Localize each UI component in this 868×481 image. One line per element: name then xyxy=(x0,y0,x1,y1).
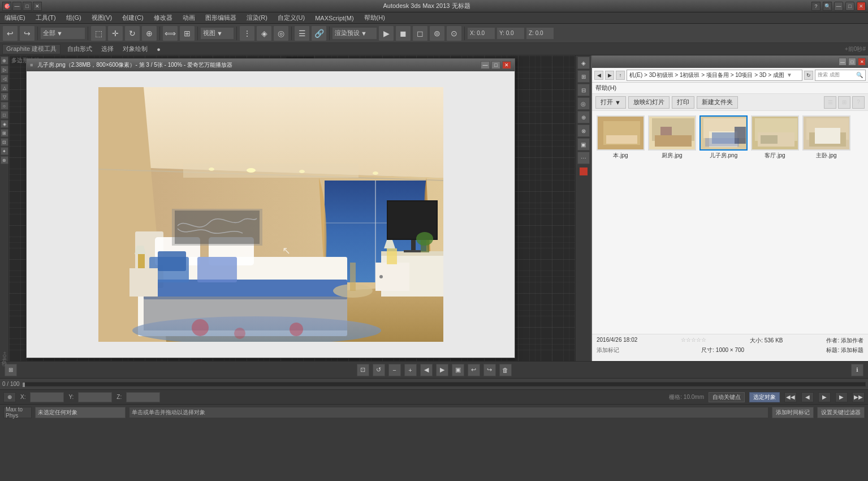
vert-btn-5[interactable]: ⊕ xyxy=(577,111,590,123)
next-key-small[interactable]: ▶ xyxy=(835,392,848,402)
undo-anim-btn[interactable]: ↩ xyxy=(468,364,480,376)
list-item[interactable]: 主卧.jpg xyxy=(802,115,850,160)
viewer-minimize[interactable]: — xyxy=(481,61,490,69)
menu-edit[interactable]: 编辑(E) xyxy=(2,12,28,23)
list-item[interactable]: 本.jpg xyxy=(597,115,645,160)
render-dropdown[interactable]: 渲染预设 ▼ xyxy=(332,27,377,40)
render4-btn[interactable]: ⊚ xyxy=(429,25,445,41)
print-btn[interactable]: 打印 xyxy=(672,96,694,109)
viewer-maximize[interactable]: □ xyxy=(491,61,500,69)
restore-icon[interactable]: □ xyxy=(23,2,32,11)
maximize-btn[interactable]: □ xyxy=(845,2,854,11)
zoom-out-btn[interactable]: − xyxy=(388,364,401,376)
mini-viewport-btn[interactable]: ⊞ xyxy=(5,364,17,376)
left-tool-5[interactable]: ▽ xyxy=(1,93,8,101)
browser-help-menu[interactable]: 帮助(H) xyxy=(595,84,616,92)
move-btn[interactable]: ✛ xyxy=(107,25,123,41)
timeline-track[interactable] xyxy=(22,382,866,386)
menu-customize[interactable]: 自定义(U) xyxy=(275,12,307,23)
prev-frame-btn[interactable]: ↺ xyxy=(373,364,385,376)
play-btn[interactable]: ▶ xyxy=(436,364,448,376)
vert-btn-1[interactable]: ◈ xyxy=(577,57,590,69)
link-btn[interactable]: 🔗 xyxy=(311,25,327,41)
open-btn[interactable]: 打开 ▼ xyxy=(595,96,626,109)
left-tool-8[interactable]: ◈ xyxy=(1,120,8,128)
render-btn[interactable]: ▶ xyxy=(378,25,394,41)
menu-render[interactable]: 渲染(R) xyxy=(244,12,270,23)
subtoolbar-paint[interactable]: 对象绘制 xyxy=(120,45,150,53)
left-tool-1[interactable]: ⊕ xyxy=(1,57,8,65)
render3-btn[interactable]: ◻ xyxy=(412,25,428,41)
panel-close-btn[interactable]: ✕ xyxy=(858,58,866,66)
left-tool-2[interactable]: ▷ xyxy=(1,66,8,74)
minimize-btn[interactable]: — xyxy=(834,2,843,11)
left-tool-11[interactable]: ✦ xyxy=(1,147,8,155)
prev-btn[interactable]: ◀ xyxy=(420,364,433,376)
align-btn[interactable]: ⊞ xyxy=(179,25,195,41)
viewer-close[interactable]: ✕ xyxy=(502,61,511,69)
menu-view[interactable]: 视图(V) xyxy=(89,12,115,23)
rotate-btn[interactable]: ↻ xyxy=(124,25,140,41)
subtoolbar-freeform[interactable]: 自由形式 xyxy=(65,45,94,53)
x-field[interactable] xyxy=(30,392,64,402)
keyframe-btn[interactable]: ⊡ xyxy=(357,364,369,376)
prev-frame-small[interactable]: ◀◀ xyxy=(784,392,797,402)
render5-btn[interactable]: ⊙ xyxy=(446,25,462,41)
prev-key-small[interactable]: ◀ xyxy=(801,392,814,402)
z-field[interactable] xyxy=(126,392,160,402)
menu-animation[interactable]: 动画 xyxy=(180,12,197,23)
close-title-icon[interactable]: ✕ xyxy=(33,2,42,11)
left-tool-10[interactable]: ⊡ xyxy=(1,138,8,146)
delete-anim-btn[interactable]: 🗑 xyxy=(499,364,512,376)
back-btn[interactable]: ◀ xyxy=(594,71,603,80)
list-item[interactable]: 客厅.jpg xyxy=(751,115,799,160)
coord-y[interactable]: Y: 0.0 xyxy=(496,27,525,40)
new-folder-btn[interactable]: 新建文件夹 xyxy=(697,96,738,109)
refresh-btn[interactable]: ↻ xyxy=(804,71,813,80)
left-tool-9[interactable]: ⊞ xyxy=(1,129,8,137)
vert-btn-3[interactable]: ⊟ xyxy=(577,84,590,96)
snap-btn[interactable]: ⋮ xyxy=(239,25,255,41)
list-item[interactable]: 厨房.jpg xyxy=(648,115,696,160)
layer-btn[interactable]: ☰ xyxy=(294,25,310,41)
maxphysx-btn[interactable]: Max to Phys xyxy=(3,407,32,418)
vert-btn-8[interactable]: ⋯ xyxy=(577,152,590,164)
view-details-btn[interactable]: ⊞ xyxy=(838,96,850,109)
next-frame-small[interactable]: ▶▶ xyxy=(852,392,865,402)
left-tool-3[interactable]: ◁ xyxy=(1,75,8,83)
view-help-btn[interactable]: ? xyxy=(852,96,865,109)
vert-btn-4[interactable]: ◎ xyxy=(577,97,590,110)
undo-btn[interactable]: ↩ xyxy=(2,25,18,41)
vert-btn-6[interactable]: ⊗ xyxy=(577,124,590,137)
address-bar[interactable]: 机(E) > 3D初级班 > 1初级班 > 项目备用 > 10项目 > 3D >… xyxy=(627,70,802,81)
left-tool-4[interactable]: △ xyxy=(1,84,8,92)
search-icon-title[interactable]: 🔍 xyxy=(823,2,832,11)
select-btn[interactable]: ⬚ xyxy=(90,25,106,41)
info-btn[interactable]: ℹ xyxy=(851,364,863,376)
list-item[interactable]: 儿子房.png xyxy=(699,115,748,160)
scale-btn[interactable]: ⊕ xyxy=(141,25,157,41)
menu-create[interactable]: 创建(C) xyxy=(120,12,145,23)
menu-help[interactable]: 帮助(H) xyxy=(362,12,387,23)
file-mark[interactable]: 添加标记 xyxy=(597,346,619,354)
snap3-btn[interactable]: ◎ xyxy=(273,25,289,41)
select-object-btn[interactable]: 选定对象 xyxy=(749,392,780,402)
search-box[interactable]: 搜索 成图 🔍 xyxy=(815,70,866,81)
left-tool-6[interactable]: ○ xyxy=(1,102,8,110)
menu-graph-editor[interactable]: 图形编辑器 xyxy=(203,12,239,23)
vert-btn-7[interactable]: ▣ xyxy=(577,138,590,151)
panel-restore-btn[interactable]: □ xyxy=(848,58,856,66)
vert-btn-2[interactable]: ⊞ xyxy=(577,70,590,83)
add-time-btn[interactable]: 添加时间标记 xyxy=(772,407,814,418)
menu-maxscript[interactable]: MAXScript(M) xyxy=(313,12,356,23)
y-field[interactable] xyxy=(78,392,112,402)
left-tool-12[interactable]: ⊗ xyxy=(1,156,8,164)
coord-x[interactable]: X: 0.0 xyxy=(467,27,495,40)
redo-anim-btn[interactable]: ↪ xyxy=(483,364,496,376)
subtoolbar-extra[interactable]: ● xyxy=(154,46,163,53)
viewer-menu-icon[interactable]: ≡ xyxy=(30,62,33,68)
render2-btn[interactable]: ◼ xyxy=(395,25,411,41)
monitor-btn[interactable]: ▣ xyxy=(452,364,464,376)
view-list-btn[interactable]: ☰ xyxy=(824,96,836,109)
menu-group[interactable]: 组(G) xyxy=(64,12,84,23)
